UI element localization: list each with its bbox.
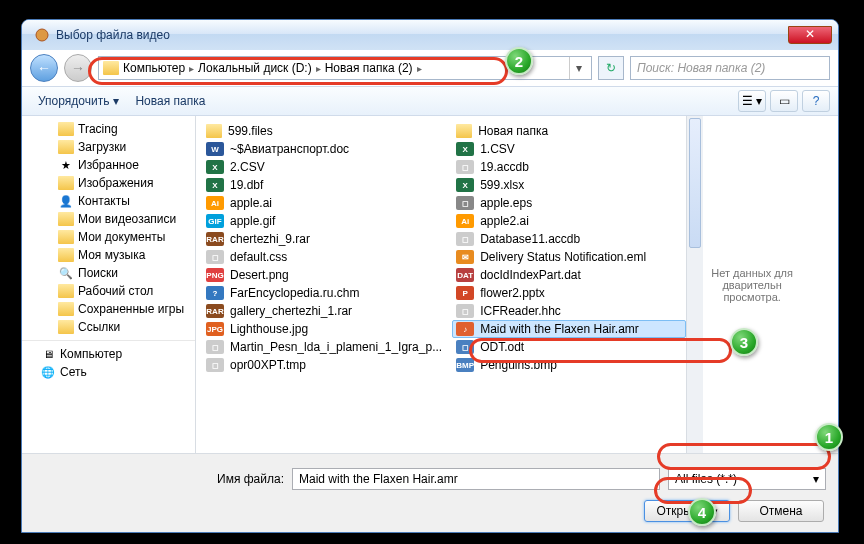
refresh-button[interactable]: ↻: [598, 56, 624, 80]
file-item[interactable]: RARgallery_chertezhi_1.rar: [202, 302, 446, 320]
file-item[interactable]: Pflower2.pptx: [452, 284, 686, 302]
organize-button[interactable]: Упорядочить ▾: [30, 90, 127, 112]
filetype-select[interactable]: All files (*.*)▾: [668, 468, 826, 490]
chevron-down-icon: ▾: [813, 472, 819, 486]
file-icon: ◻: [206, 250, 224, 264]
file-icon: DAT: [456, 268, 474, 282]
tree-item[interactable]: Мои видеозаписи: [22, 210, 195, 228]
file-icon: JPG: [206, 322, 224, 336]
file-name: opr00XPT.tmp: [230, 358, 306, 372]
file-item[interactable]: W~$Авиатранспорт.doc: [202, 140, 446, 158]
scrollbar[interactable]: [686, 116, 703, 453]
file-item[interactable]: 599.files: [202, 122, 446, 140]
file-item[interactable]: ◻ODT.odt: [452, 338, 686, 356]
folder-icon: [58, 140, 74, 154]
file-item[interactable]: ◻opr00XPT.tmp: [202, 356, 446, 374]
tree-item[interactable]: Сохраненные игры: [22, 300, 195, 318]
file-item[interactable]: ◻Martin_Pesn_lda_i_plameni_1_Igra_p...: [202, 338, 446, 356]
crumb-1[interactable]: Локальный диск (D:): [198, 61, 312, 75]
file-item[interactable]: Aiapple.ai: [202, 194, 446, 212]
file-item[interactable]: BMPPenguins.bmp: [452, 356, 686, 374]
folder-icon: [103, 61, 119, 75]
view-button[interactable]: ☰ ▾: [738, 90, 766, 112]
file-name: 19.accdb: [480, 160, 529, 174]
help-button[interactable]: ?: [802, 90, 830, 112]
file-item[interactable]: X2.CSV: [202, 158, 446, 176]
window-title: Выбор файла видео: [56, 28, 170, 42]
file-icon: X: [456, 142, 474, 156]
crumb-0[interactable]: Компьютер: [123, 61, 185, 75]
network-icon: 🌐: [40, 365, 56, 379]
scrollbar-thumb[interactable]: [689, 118, 701, 248]
titlebar[interactable]: Выбор файла видео ✕: [22, 20, 838, 50]
file-icon: ◻: [456, 304, 474, 318]
file-item[interactable]: JPGLighthouse.jpg: [202, 320, 446, 338]
file-name: 2.CSV: [230, 160, 265, 174]
file-icon: X: [206, 178, 224, 192]
file-icon: ◻: [206, 358, 224, 372]
folder-icon: [58, 230, 74, 244]
file-name: default.css: [230, 250, 287, 264]
tree-item[interactable]: Моя музыка: [22, 246, 195, 264]
back-button[interactable]: ←: [30, 54, 58, 82]
file-name: docIdIndexPart.dat: [480, 268, 581, 282]
file-icon: ◻: [456, 340, 474, 354]
file-item[interactable]: RARchertezhi_9.rar: [202, 230, 446, 248]
file-name: FarEncyclopedia.ru.chm: [230, 286, 359, 300]
file-item[interactable]: Новая папка: [452, 122, 686, 140]
star-icon: ★: [58, 158, 74, 172]
file-item[interactable]: DATdocIdIndexPart.dat: [452, 266, 686, 284]
file-name: apple2.ai: [480, 214, 529, 228]
tree-item[interactable]: Рабочий стол: [22, 282, 195, 300]
crumb-2[interactable]: Новая папка (2): [325, 61, 413, 75]
tree-item[interactable]: Tracing: [22, 120, 195, 138]
file-name: 599.xlsx: [480, 178, 524, 192]
file-name: 19.dbf: [230, 178, 263, 192]
file-icon: PNG: [206, 268, 224, 282]
file-item[interactable]: ◻19.accdb: [452, 158, 686, 176]
file-item[interactable]: GIFapple.gif: [202, 212, 446, 230]
file-item[interactable]: ♪Maid with the Flaxen Hair.amr: [452, 320, 686, 338]
file-name: Database11.accdb: [480, 232, 580, 246]
file-item[interactable]: PNGDesert.png: [202, 266, 446, 284]
file-item[interactable]: ✉Delivery Status Notification.eml: [452, 248, 686, 266]
nav-tree[interactable]: TracingЗагрузки★ИзбранноеИзображения👤Кон…: [22, 116, 196, 453]
callout-4: 4: [688, 498, 716, 526]
file-item[interactable]: ◻Database11.accdb: [452, 230, 686, 248]
tree-item[interactable]: 🖥Компьютер: [22, 340, 195, 363]
callout-2: 2: [505, 47, 533, 75]
file-name: 1.CSV: [480, 142, 515, 156]
preview-toggle[interactable]: ▭: [770, 90, 798, 112]
close-button[interactable]: ✕: [788, 26, 832, 44]
tree-item[interactable]: Мои документы: [22, 228, 195, 246]
search-input[interactable]: Поиск: Новая папка (2): [630, 56, 830, 80]
tree-item[interactable]: Ссылки: [22, 318, 195, 336]
tree-item[interactable]: Загрузки: [22, 138, 195, 156]
file-item[interactable]: X599.xlsx: [452, 176, 686, 194]
file-item[interactable]: ?FarEncyclopedia.ru.chm: [202, 284, 446, 302]
tree-item[interactable]: Изображения: [22, 174, 195, 192]
open-button[interactable]: Открыть ▾: [644, 500, 730, 522]
new-folder-button[interactable]: Новая папка: [127, 90, 213, 112]
tree-item[interactable]: 🔍Поиски: [22, 264, 195, 282]
tree-item[interactable]: 👤Контакты: [22, 192, 195, 210]
file-name: apple.eps: [480, 196, 532, 210]
tree-item[interactable]: 🌐Сеть: [22, 363, 195, 381]
cancel-button[interactable]: Отмена: [738, 500, 824, 522]
folder-icon: [456, 124, 472, 138]
file-item[interactable]: X19.dbf: [202, 176, 446, 194]
filename-field[interactable]: Maid with the Flaxen Hair.amr: [292, 468, 660, 490]
file-dialog: Выбор файла видео ✕ ← → Компьютер▸ Локал…: [21, 19, 839, 533]
file-icon: ♪: [456, 322, 474, 336]
file-icon: RAR: [206, 232, 224, 246]
file-item[interactable]: Aiapple2.ai: [452, 212, 686, 230]
tree-item[interactable]: ★Избранное: [22, 156, 195, 174]
forward-button[interactable]: →: [64, 54, 92, 82]
file-item[interactable]: ◻apple.eps: [452, 194, 686, 212]
file-list[interactable]: 599.filesW~$Авиатранспорт.docX2.CSVX19.d…: [196, 116, 838, 453]
file-item[interactable]: ◻ICFReader.hhc: [452, 302, 686, 320]
file-item[interactable]: X1.CSV: [452, 140, 686, 158]
chevron-down-icon: ▾: [113, 94, 119, 108]
chevron-down-icon[interactable]: ▾: [569, 57, 587, 79]
file-item[interactable]: ◻default.css: [202, 248, 446, 266]
